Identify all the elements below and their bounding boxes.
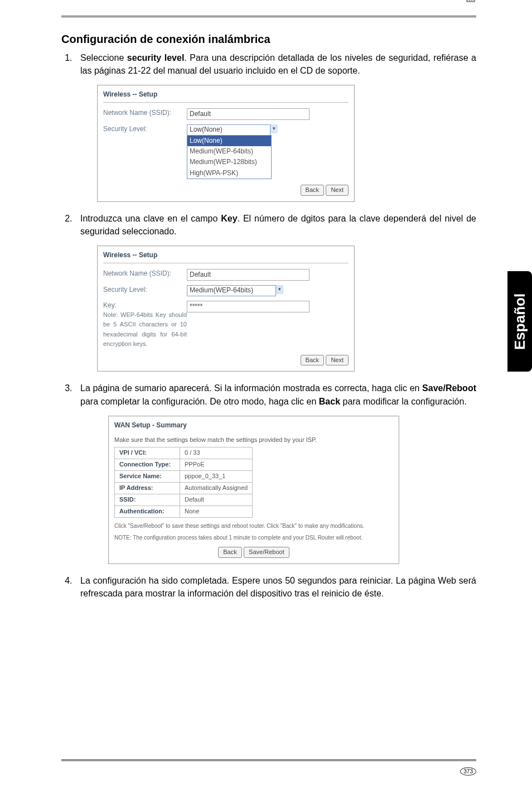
sc2-key-input[interactable]: ***** bbox=[187, 301, 309, 312]
dropdown-arrow-icon[interactable]: ▾ bbox=[270, 124, 278, 133]
dropdown-item-wep64[interactable]: Medium(WEP-64bits) bbox=[187, 146, 271, 157]
step-3: La página de sumario aparecerá. Si la in… bbox=[75, 382, 476, 564]
dropdown-item-low[interactable]: Low(None) bbox=[187, 136, 271, 146]
sc1-sec-select[interactable]: Low(None) bbox=[187, 124, 270, 135]
sc2-sec-label: Security Level: bbox=[103, 285, 187, 295]
sc1-sec-label: Security Level: bbox=[103, 124, 187, 134]
sc3-r2-k: Service Name: bbox=[115, 471, 180, 483]
table-row: Service Name:pppoe_0_33_1 bbox=[115, 471, 253, 483]
step4-text: La configuración ha sido completada. Esp… bbox=[80, 576, 476, 598]
sc3-r0-k: VPI / VCI: bbox=[115, 447, 180, 459]
sc1-title: Wireless -- Setup bbox=[103, 90, 349, 102]
step3-bold1: Save/Reboot bbox=[422, 383, 476, 393]
router-icon bbox=[465, 0, 476, 4]
sc2-title: Wireless -- Setup bbox=[103, 251, 349, 263]
dropdown-item-wep128[interactable]: Medium(WEP-128bits) bbox=[187, 157, 271, 167]
sc1-back-button[interactable]: Back bbox=[301, 185, 324, 196]
sc3-r4-k: SSID: bbox=[115, 494, 180, 506]
sc3-r2-v: pppoe_0_33_1 bbox=[180, 471, 253, 483]
screenshot-wan-summary: WAN Setup - Summary Make sure that the s… bbox=[108, 416, 399, 564]
step-2: Introduzca una clave en el campo Key. El… bbox=[75, 212, 476, 372]
table-row: Connection Type:PPPoE bbox=[115, 459, 253, 471]
table-row: VPI / VCI:0 / 33 bbox=[115, 447, 253, 459]
svg-point-2 bbox=[468, 0, 469, 1]
sc2-ssid-input[interactable]: Default bbox=[187, 269, 309, 281]
svg-point-4 bbox=[472, 0, 473, 1]
page-number: 373 bbox=[460, 767, 476, 776]
sc1-dropdown[interactable]: Low(None) Medium(WEP-64bits) Medium(WEP-… bbox=[187, 135, 272, 180]
dropdown-arrow-icon[interactable]: ▾ bbox=[275, 285, 283, 294]
step3-bold2: Back bbox=[319, 397, 340, 406]
sc3-r1-v: PPPoE bbox=[180, 459, 253, 471]
screenshot-wireless-setup-1: Wireless -- Setup Network Name (SSID): D… bbox=[97, 85, 355, 202]
sc3-r4-v: Default bbox=[180, 494, 253, 506]
header-divider bbox=[61, 16, 476, 17]
sc2-key-note: Note: WEP-64bits Key should be 5 ASCII c… bbox=[103, 311, 187, 347]
step-4: La configuración ha sido completada. Esp… bbox=[75, 574, 476, 600]
sc2-key-label: Key: bbox=[103, 301, 117, 309]
sc1-ssid-label: Network Name (SSID): bbox=[103, 108, 187, 118]
step-1: Seleccione security level. Para una desc… bbox=[75, 51, 476, 202]
sc3-note1: Click "Save/Reboot" to save these settin… bbox=[114, 522, 393, 530]
sc3-r3-k: IP Address: bbox=[115, 483, 180, 494]
sc3-r0-v: 0 / 33 bbox=[180, 447, 253, 459]
step2-bold: Key bbox=[221, 214, 237, 223]
sc1-ssid-input[interactable]: Default bbox=[187, 108, 309, 120]
sc2-back-button[interactable]: Back bbox=[301, 355, 324, 366]
step3-mid: para completar la configuración. De otro… bbox=[80, 397, 319, 406]
sc2-sec-select[interactable]: Medium(WEP-64bits) bbox=[187, 285, 276, 296]
table-row: Authentication:None bbox=[115, 506, 253, 517]
footer-divider bbox=[61, 759, 476, 761]
step3-post: para modificar la configuración. bbox=[340, 397, 467, 406]
sc3-back-button[interactable]: Back bbox=[218, 547, 241, 558]
sc3-r5-v: None bbox=[180, 506, 253, 517]
sc3-intro: Make sure that the settings below match … bbox=[114, 436, 393, 445]
dropdown-item-wpa[interactable]: High(WPA-PSK) bbox=[187, 168, 271, 179]
sc3-r1-k: Connection Type: bbox=[115, 459, 180, 471]
step2-pre: Introduzca una clave en el campo bbox=[80, 214, 221, 223]
sc3-title: WAN Setup - Summary bbox=[114, 421, 393, 432]
sc3-note2: NOTE: The configuration process takes ab… bbox=[114, 534, 393, 541]
svg-point-3 bbox=[470, 0, 471, 1]
sc3-r5-k: Authentication: bbox=[115, 506, 180, 517]
screenshot-wireless-setup-2: Wireless -- Setup Network Name (SSID): D… bbox=[97, 246, 355, 372]
sc2-ssid-label: Network Name (SSID): bbox=[103, 269, 187, 278]
step1-pre: Seleccione bbox=[80, 53, 127, 62]
sc3-r3-v: Automatically Assigned bbox=[180, 483, 253, 494]
table-row: IP Address:Automatically Assigned bbox=[115, 483, 253, 494]
sc3-save-reboot-button[interactable]: Save/Reboot bbox=[244, 547, 289, 558]
table-row: SSID:Default bbox=[115, 494, 253, 506]
language-tab: Español bbox=[507, 271, 532, 372]
section-heading: Configuración de conexión inalámbrica bbox=[61, 33, 476, 46]
sc1-next-button[interactable]: Next bbox=[326, 185, 349, 196]
step3-pre: La página de sumario aparecerá. Si la in… bbox=[80, 383, 422, 393]
sc3-summary-table: VPI / VCI:0 / 33 Connection Type:PPPoE S… bbox=[114, 447, 253, 518]
sc2-next-button[interactable]: Next bbox=[326, 355, 349, 366]
step1-bold: security level bbox=[127, 53, 185, 62]
